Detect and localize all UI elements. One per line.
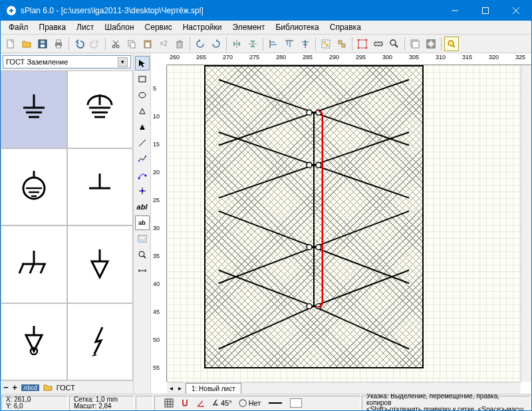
svg-point-28 (358, 39, 360, 41)
delete-icon[interactable] (172, 37, 187, 51)
lib-expand[interactable]: + (13, 382, 18, 392)
group-icon[interactable] (319, 37, 333, 51)
tool-image[interactable] (135, 231, 150, 246)
tool-line[interactable] (135, 136, 150, 150)
cut-icon[interactable] (108, 37, 123, 51)
tool-measure[interactable] (135, 263, 150, 278)
snap-icon[interactable] (180, 398, 190, 408)
schematic-drawing (205, 67, 422, 366)
menu-help[interactable]: Справка (325, 21, 366, 33)
duplicate-icon[interactable]: ×2 (156, 37, 171, 51)
vertical-scrollbar[interactable] (521, 65, 531, 382)
symbol-ground-line[interactable] (67, 148, 134, 226)
menu-element[interactable]: Элемент (227, 21, 271, 33)
svg-point-49 (307, 110, 312, 115)
tool-zoom[interactable] (135, 247, 150, 262)
copy-icon[interactable] (124, 37, 139, 51)
menu-library[interactable]: Библиотека (270, 21, 324, 33)
menu-edit[interactable]: Правка (34, 21, 72, 33)
zoom-fit-icon[interactable] (424, 37, 438, 51)
status-options: ∡ 45° ◯ Нет (154, 396, 360, 410)
tool-node[interactable] (135, 184, 150, 198)
symbol-ground-triangle-dot[interactable] (1, 303, 67, 381)
lib-collapse[interactable]: − (3, 382, 9, 392)
lib-letter-icon[interactable]: Abcd (21, 384, 39, 391)
tool-polyline[interactable] (135, 152, 150, 166)
maximize-button[interactable] (470, 1, 501, 21)
magnify-icon[interactable] (444, 37, 459, 51)
fill-style-btn[interactable] (290, 398, 302, 408)
ruler-vertical: 510 1520 2530 3540 4550 55 (151, 65, 167, 382)
line-style-btn[interactable] (267, 399, 283, 407)
menu-service[interactable]: Сервис (140, 21, 178, 33)
find-icon[interactable] (387, 37, 402, 51)
symbol-ground-shield[interactable] (67, 70, 134, 148)
svg-point-37 (448, 41, 454, 46)
svg-point-44 (138, 178, 140, 180)
svg-point-45 (144, 175, 146, 177)
tool-circle[interactable] (135, 88, 150, 102)
tool-text-frame[interactable]: ab (135, 215, 150, 230)
tool-bezier[interactable] (135, 168, 150, 182)
redo-icon[interactable] (88, 37, 102, 51)
ungroup-icon[interactable] (334, 37, 349, 51)
canvas[interactable] (167, 65, 521, 382)
symbol-ground-circle[interactable] (1, 148, 67, 226)
menu-file[interactable]: Файл (3, 21, 34, 33)
close-button[interactable] (501, 1, 531, 21)
svg-rect-1 (483, 8, 489, 14)
components-icon[interactable] (371, 37, 386, 51)
new-file-icon[interactable] (3, 37, 18, 51)
menu-sheet[interactable]: Лист (71, 21, 99, 33)
tool-pointer[interactable] (135, 56, 150, 70)
rotate-right-icon[interactable] (209, 37, 223, 51)
snap-mode[interactable]: ◯ Нет (239, 398, 261, 407)
svg-rect-36 (427, 40, 435, 48)
tool-poly[interactable] (135, 104, 150, 118)
svg-rect-2 (7, 40, 13, 48)
tool-text[interactable]: abI (135, 200, 150, 214)
menu-settings[interactable]: Настройки (178, 21, 227, 33)
symbol-ground-basic[interactable] (1, 70, 67, 148)
status-coords: X: 261,0 Y: 6,0 (1, 396, 68, 410)
symbol-chassis-ground[interactable] (1, 225, 67, 303)
drawing-page (204, 65, 424, 368)
library-panel: ГОСТ Заземление ▾ (1, 53, 134, 394)
undo-icon[interactable] (72, 37, 86, 51)
angle-value[interactable]: ∡ 45° (212, 398, 232, 407)
paste-icon[interactable] (140, 37, 155, 51)
open-file-icon[interactable] (19, 37, 34, 51)
sheet-tab-1[interactable]: 1: Новый лист (186, 383, 241, 394)
align-left-icon[interactable] (266, 37, 281, 51)
mirror-h-icon[interactable] (229, 37, 244, 51)
align-center-icon[interactable] (298, 37, 313, 51)
save-icon[interactable] (35, 37, 50, 51)
mirror-v-icon[interactable] (245, 37, 260, 51)
layers-icon[interactable] (408, 37, 422, 51)
symbol-ground-triangle[interactable] (67, 225, 134, 303)
print-icon[interactable] (51, 37, 66, 51)
svg-rect-12 (130, 43, 135, 48)
folder-icon[interactable] (43, 383, 53, 392)
svg-rect-4 (41, 45, 45, 47)
snap-grid-icon[interactable] (355, 37, 370, 51)
chevron-down-icon: ▾ (118, 57, 128, 67)
title-bar: sPlan 6.0 - [c:\users\lga2011-3\desktop\… (1, 1, 531, 21)
svg-rect-32 (374, 43, 382, 45)
svg-point-33 (390, 40, 396, 45)
minimize-button[interactable] (440, 1, 470, 21)
menu-template[interactable]: Шаблон (99, 21, 139, 33)
align-top-icon[interactable] (282, 37, 297, 51)
svg-rect-57 (165, 399, 173, 407)
tool-fill-poly[interactable] (135, 120, 150, 134)
angle-snap-icon[interactable] (196, 398, 205, 408)
rotate-left-icon[interactable] (193, 37, 207, 51)
library-footer: − + Abcd ГОСТ (1, 380, 133, 394)
app-icon (6, 5, 17, 16)
grid-display-icon[interactable] (164, 398, 174, 408)
svg-rect-7 (57, 40, 61, 43)
tool-rect[interactable] (135, 72, 150, 86)
status-grid-scale: Сетка: 1,0 mm Масшт: 2,84 (69, 396, 134, 410)
library-category-select[interactable]: ГОСТ Заземление ▾ (3, 55, 131, 68)
symbol-lightning[interactable] (67, 303, 134, 381)
